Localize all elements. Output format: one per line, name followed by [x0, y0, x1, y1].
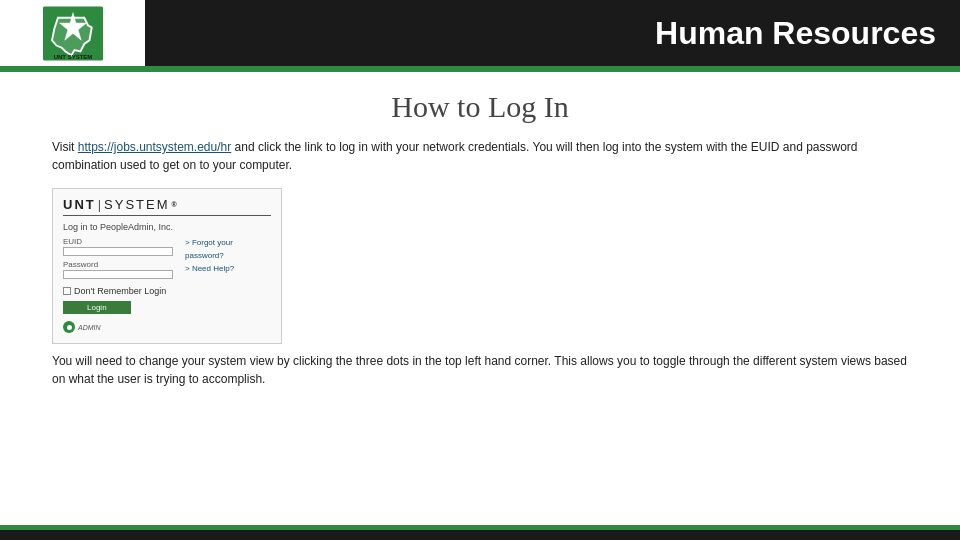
form-title: Log in to PeopleAdmin, Inc. — [63, 222, 271, 232]
footer-bar — [0, 530, 960, 540]
system-part: SYSTEM — [104, 197, 169, 212]
logo-area: UNT SYSTEM — [0, 0, 145, 66]
page-title: How to Log In — [52, 90, 908, 124]
remember-label: Don't Remember Login — [74, 286, 166, 296]
password-label: Password — [63, 260, 173, 269]
forgot-password-link[interactable]: > Forgot your password? — [185, 237, 271, 263]
pa-inner-circle — [67, 325, 72, 330]
unt-logo-svg: UNT SYSTEM — [43, 6, 103, 61]
unt-system-label: UNT | SYSTEM ® — [63, 197, 271, 216]
intro-paragraph: Visit https://jobs.untsystem.edu/hr and … — [52, 138, 908, 174]
password-row: Password — [63, 260, 173, 279]
form-area-row: EUID Password > Forgot your password? > … — [63, 237, 271, 283]
header-title: Human Resources — [655, 15, 936, 52]
euid-input-mock[interactable] — [63, 247, 173, 256]
form-fields: EUID Password — [63, 237, 173, 283]
people-admin-logo: ADMIN — [63, 321, 271, 333]
bottom-paragraph: You will need to change your system view… — [52, 352, 908, 388]
trademark: ® — [172, 201, 178, 208]
unt-logo: UNT SYSTEM — [43, 6, 103, 61]
jobs-link[interactable]: https://jobs.untsystem.edu/hr — [78, 140, 231, 154]
remember-checkbox[interactable] — [63, 287, 71, 295]
login-button[interactable]: Login — [63, 301, 131, 314]
intro-text-before-link: Visit — [52, 140, 78, 154]
header-title-area: Human Resources — [145, 0, 960, 66]
screenshot-mockup: UNT | SYSTEM ® Log in to PeopleAdmin, In… — [52, 188, 282, 344]
login-form-mock: Log in to PeopleAdmin, Inc. EUID Passwor… — [63, 222, 271, 333]
euid-label: EUID — [63, 237, 173, 246]
password-input-mock[interactable] — [63, 270, 173, 279]
pipe-separator: | — [98, 197, 102, 212]
main-content: How to Log In Visit https://jobs.untsyst… — [0, 72, 960, 400]
header: UNT SYSTEM Human Resources — [0, 0, 960, 66]
unt-part: UNT — [63, 197, 96, 212]
need-help-link[interactable]: > Need Help? — [185, 263, 271, 276]
pa-text: ADMIN — [78, 324, 101, 331]
side-links: > Forgot your password? > Need Help? — [185, 237, 271, 275]
pa-circle-icon — [63, 321, 75, 333]
svg-text:UNT SYSTEM: UNT SYSTEM — [53, 54, 92, 60]
euid-row: EUID — [63, 237, 173, 256]
remember-row: Don't Remember Login — [63, 286, 271, 296]
